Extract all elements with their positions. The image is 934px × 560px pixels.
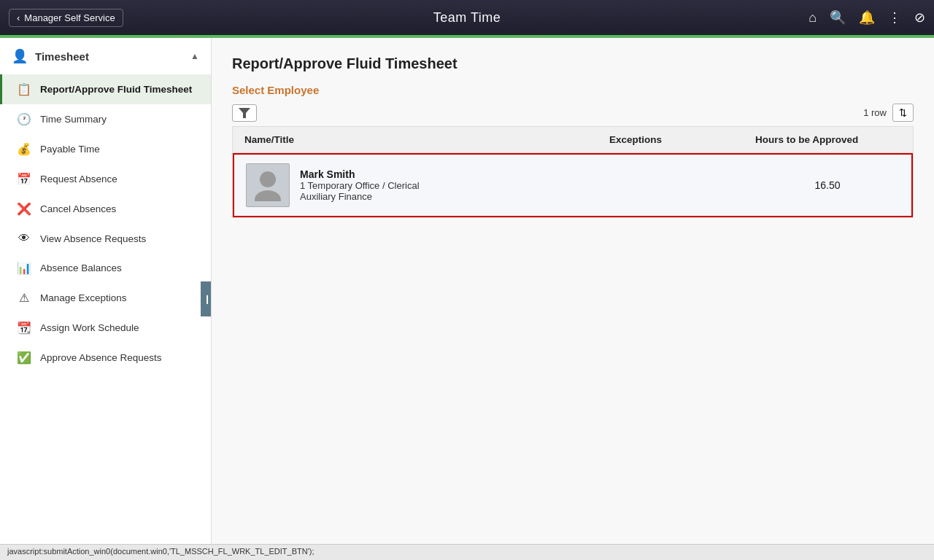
employee-cell: Mark Smith 1 Temporary Office / Clerical… xyxy=(246,163,611,207)
filter-button[interactable] xyxy=(232,104,257,122)
absence-balances-icon: 📊 xyxy=(17,261,31,275)
table-controls: 1 row ⇅ xyxy=(232,104,914,122)
back-button[interactable]: ‹ Manager Self Service xyxy=(9,9,123,27)
app-title: Team Time xyxy=(433,10,501,26)
employee-name: Mark Smith xyxy=(300,168,420,180)
filter-icon xyxy=(239,108,250,118)
more-icon[interactable]: ⋮ xyxy=(888,9,901,26)
sidebar-item-payable-time-label: Payable Time xyxy=(40,144,100,155)
main-content: Report/Approve Fluid Timesheet Select Em… xyxy=(212,38,934,560)
sidebar-item-absence-balances-label: Absence Balances xyxy=(40,262,122,273)
section-label: Select Employee xyxy=(232,84,914,96)
view-absence-requests-icon: 👁 xyxy=(17,232,31,245)
report-approve-icon: 📋 xyxy=(17,82,31,96)
employee-title-line1: 1 Temporary Office / Clerical xyxy=(300,180,420,191)
svg-point-2 xyxy=(255,190,281,201)
bell-icon[interactable]: 🔔 xyxy=(859,9,875,26)
sidebar-item-view-absence-requests[interactable]: 👁 View Absence Requests xyxy=(0,224,211,253)
sidebar-item-assign-work-schedule-label: Assign Work Schedule xyxy=(40,322,139,333)
sidebar-section-title: 👤 Timesheet xyxy=(12,48,89,64)
sidebar-item-cancel-absences[interactable]: ❌ Cancel Absences xyxy=(0,194,211,224)
sidebar-item-approve-absence-requests-label: Approve Absence Requests xyxy=(40,352,162,363)
employee-info: Mark Smith 1 Temporary Office / Clerical… xyxy=(300,168,420,202)
back-label: Manager Self Service xyxy=(24,12,115,23)
svg-marker-0 xyxy=(239,108,250,118)
hours-cell: 16.50 xyxy=(755,179,900,191)
sidebar-item-absence-balances[interactable]: 📊 Absence Balances xyxy=(0,253,211,283)
avatar-icon xyxy=(253,169,282,201)
sidebar-item-manage-exceptions-label: Manage Exceptions xyxy=(40,292,127,303)
sidebar-item-cancel-absences-label: Cancel Absences xyxy=(40,203,116,214)
sidebar-item-time-summary-label: Time Summary xyxy=(40,114,107,125)
sidebar-section-label: Timesheet xyxy=(35,50,89,63)
employee-title-line2: Auxiliary Finance xyxy=(300,191,420,202)
avatar xyxy=(246,163,290,207)
table-header: Name/Title Exceptions Hours to be Approv… xyxy=(233,127,913,153)
sort-button[interactable]: ⇅ xyxy=(892,104,914,122)
timesheet-icon: 👤 xyxy=(12,48,28,64)
status-text: javascript:submitAction_win0(document.wi… xyxy=(7,547,314,556)
assign-work-schedule-icon: 📆 xyxy=(17,321,31,335)
sidebar-item-manage-exceptions[interactable]: ⚠ Manage Exceptions xyxy=(0,283,211,313)
request-absence-icon: 📅 xyxy=(17,172,31,186)
page-title: Report/Approve Fluid Timesheet xyxy=(232,55,914,72)
sidebar-item-view-absence-requests-label: View Absence Requests xyxy=(40,233,146,244)
sidebar-item-approve-absence-requests[interactable]: ✅ Approve Absence Requests xyxy=(0,343,211,373)
employee-table: Name/Title Exceptions Hours to be Approv… xyxy=(232,126,914,218)
header-icons: ⌂ 🔍 🔔 ⋮ ⊘ xyxy=(808,9,925,26)
row-count: 1 row xyxy=(863,107,887,118)
table-row[interactable]: Mark Smith 1 Temporary Office / Clerical… xyxy=(233,153,913,217)
sidebar-item-time-summary[interactable]: 🕐 Time Summary xyxy=(0,104,211,134)
payable-time-icon: 💰 xyxy=(17,142,31,156)
col-name-title: Name/Title xyxy=(244,134,609,145)
circle-slash-icon[interactable]: ⊘ xyxy=(914,9,925,26)
sidebar: 👤 Timesheet ▲ 📋 Report/Approve Fluid Tim… xyxy=(0,38,212,560)
cancel-absences-icon: ❌ xyxy=(17,202,31,216)
approve-absence-requests-icon: ✅ xyxy=(17,351,31,365)
main-layout: 👤 Timesheet ▲ 📋 Report/Approve Fluid Tim… xyxy=(0,38,934,560)
manage-exceptions-icon: ⚠ xyxy=(17,291,31,305)
app-header: ‹ Manager Self Service Team Time ⌂ 🔍 🔔 ⋮… xyxy=(0,0,934,35)
col-hours: Hours to be Approved xyxy=(755,134,901,145)
status-bar: javascript:submitAction_win0(document.wi… xyxy=(0,544,934,560)
back-chevron-icon: ‹ xyxy=(17,12,20,23)
sidebar-collapse-button[interactable]: ❙❙ xyxy=(201,281,212,316)
sidebar-section-header[interactable]: 👤 Timesheet ▲ xyxy=(0,38,211,74)
sort-icon: ⇅ xyxy=(899,107,907,118)
collapse-icon: ▲ xyxy=(190,51,199,61)
sidebar-item-report-approve[interactable]: 📋 Report/Approve Fluid Timesheet xyxy=(0,74,211,104)
search-icon[interactable]: 🔍 xyxy=(830,9,846,26)
sidebar-item-request-absence[interactable]: 📅 Request Absence xyxy=(0,164,211,194)
home-icon[interactable]: ⌂ xyxy=(808,10,817,26)
sidebar-item-request-absence-label: Request Absence xyxy=(40,174,117,184)
sidebar-item-payable-time[interactable]: 💰 Payable Time xyxy=(0,134,211,164)
sidebar-item-report-approve-label: Report/Approve Fluid Timesheet xyxy=(40,84,192,95)
col-exceptions: Exceptions xyxy=(609,134,755,145)
time-summary-icon: 🕐 xyxy=(17,112,31,126)
sidebar-item-assign-work-schedule[interactable]: 📆 Assign Work Schedule xyxy=(0,313,211,343)
svg-point-1 xyxy=(260,171,276,187)
